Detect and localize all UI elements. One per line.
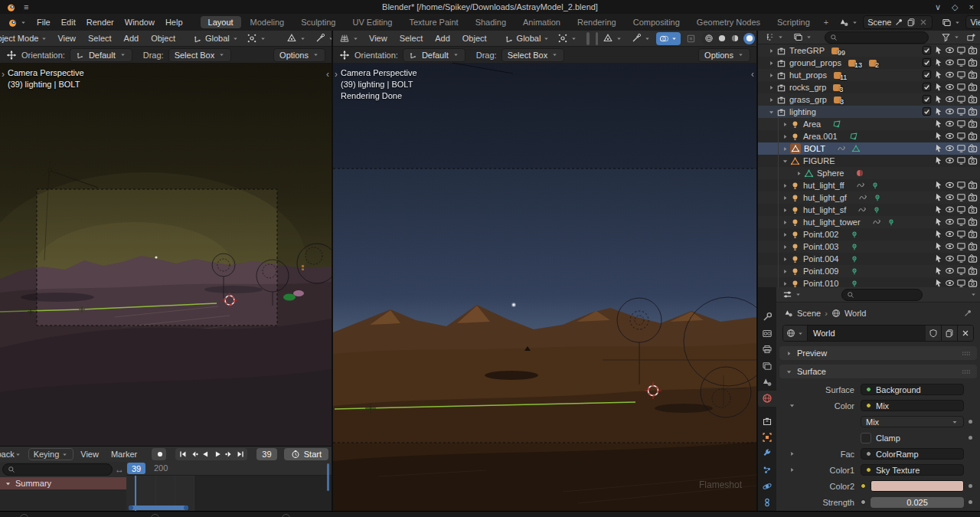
render-disable-icon[interactable]: [968, 192, 978, 202]
display-mode-button[interactable]: [790, 32, 815, 42]
selectable-toggle-icon[interactable]: [933, 266, 943, 276]
selectable-toggle-icon[interactable]: [933, 155, 943, 165]
viewport-disable-icon[interactable]: [956, 45, 966, 55]
hide-toggle-icon[interactable]: [945, 82, 955, 92]
selectable-toggle-icon[interactable]: [933, 254, 943, 263]
vp-menu-select[interactable]: Select: [83, 34, 117, 43]
property-widget-fac[interactable]: ColorRamp: [861, 448, 964, 460]
decorator-dot-icon[interactable]: [969, 436, 972, 440]
outliner-row-lighting[interactable]: lighting: [758, 106, 980, 118]
expand-toggle-icon[interactable]: [793, 170, 804, 177]
checkbox-icon[interactable]: [922, 94, 932, 104]
checkbox-icon[interactable]: [922, 70, 932, 80]
expand-toggle-icon[interactable]: [779, 133, 790, 140]
workspace-tab-compositing[interactable]: Compositing: [626, 16, 688, 28]
workspace-tab-geometry-nodes[interactable]: Geometry Nodes: [689, 16, 768, 28]
drag-select[interactable]: Select Box: [168, 48, 232, 62]
play-reverse-button[interactable]: [200, 449, 211, 460]
window-maximize-icon[interactable]: ◇: [952, 2, 958, 12]
workspace-tab-layout[interactable]: Layout: [201, 16, 241, 28]
properties-tab-scene[interactable]: [758, 374, 776, 390]
workspace-tab-shading[interactable]: Shading: [468, 16, 514, 28]
outliner-row-figure[interactable]: FIGURE: [758, 155, 980, 167]
viewport-disable-icon[interactable]: [956, 57, 966, 67]
timeline-tracks[interactable]: 39 200: [126, 462, 332, 511]
summary-channel[interactable]: Summary: [0, 477, 126, 489]
selectable-toggle-icon[interactable]: [933, 143, 943, 153]
decorator-dot-icon[interactable]: [969, 484, 972, 488]
outliner-row-ground-props[interactable]: ground_props132: [758, 57, 980, 69]
expand-toggle-icon[interactable]: [766, 84, 776, 91]
selectable-toggle-icon[interactable]: [933, 45, 943, 55]
filter-button[interactable]: [938, 32, 963, 42]
visibility-dropdown[interactable]: [599, 33, 626, 44]
outliner-row-hut-props[interactable]: hut_props11: [758, 69, 980, 81]
outliner-row-hut-light-tower[interactable]: hut_light_tower: [758, 216, 980, 228]
viewport-disable-icon[interactable]: [956, 94, 966, 104]
outliner-row-bolt[interactable]: BOLT: [758, 142, 980, 155]
render-disable-icon[interactable]: [968, 180, 978, 190]
property-widget-color2[interactable]: [861, 480, 964, 492]
workspace-tab-rendering[interactable]: Rendering: [570, 16, 624, 28]
expand-toggle-icon[interactable]: [766, 72, 776, 79]
shading-rendered-button[interactable]: [743, 33, 755, 44]
editor-type-button[interactable]: [336, 33, 362, 44]
outliner-row-point-002[interactable]: Point.002: [758, 228, 980, 241]
panel-surface[interactable]: Surface: [779, 365, 977, 378]
mode-select[interactable]: Object Mode: [0, 34, 51, 43]
render-disable-icon[interactable]: [968, 106, 978, 116]
checkbox-icon[interactable]: [922, 57, 932, 67]
viewport-disable-icon[interactable]: [956, 192, 966, 202]
outliner-row-grass-grp[interactable]: grass_grp3: [758, 93, 980, 106]
properties-tab-coll[interactable]: [758, 413, 776, 429]
menu-help[interactable]: Help: [160, 18, 188, 27]
scene-selector[interactable]: Scene: [863, 15, 933, 29]
properties-tab-parts[interactable]: [758, 462, 776, 478]
hide-toggle-icon[interactable]: [945, 106, 955, 116]
add-workspace-tab[interactable]: +: [819, 16, 833, 28]
viewport-disable-icon[interactable]: [956, 131, 966, 141]
pin-icon[interactable]: [963, 309, 972, 318]
expand-toggle-icon[interactable]: [766, 47, 776, 54]
viewport-left-canvas[interactable]: Camera Perspective (39) lighting | BOLT …: [0, 63, 332, 446]
viewport-disable-icon[interactable]: [956, 180, 966, 190]
vp-menu-object[interactable]: Object: [457, 34, 492, 43]
current-frame-field[interactable]: 39: [256, 448, 277, 460]
render-disable-icon[interactable]: [968, 57, 978, 67]
vp-menu-add[interactable]: Add: [430, 34, 456, 43]
menu-file[interactable]: File: [31, 18, 56, 27]
viewport-disable-icon[interactable]: [956, 106, 966, 116]
hide-toggle-icon[interactable]: [945, 180, 955, 190]
viewport-disable-icon[interactable]: [956, 254, 966, 263]
render-disable-icon[interactable]: [968, 278, 978, 287]
render-disable-icon[interactable]: [968, 266, 978, 276]
selectable-toggle-icon[interactable]: [933, 131, 943, 141]
render-disable-icon[interactable]: [968, 241, 978, 251]
property-widget-surface[interactable]: Background: [861, 384, 964, 395]
render-disable-icon[interactable]: [968, 143, 978, 153]
unlink-button[interactable]: [958, 326, 973, 341]
copy-icon[interactable]: [906, 18, 916, 27]
hide-toggle-icon[interactable]: [945, 143, 955, 153]
panel-preview[interactable]: Preview: [779, 346, 977, 360]
previous-keyframe-button[interactable]: [188, 449, 200, 460]
shading-wireframe-button[interactable]: [704, 34, 714, 43]
outliner-row-hut-light-ff[interactable]: hut_light_ff: [758, 179, 980, 191]
checkbox-icon[interactable]: [922, 82, 932, 92]
expander-icon[interactable]: [786, 466, 798, 473]
drag-select[interactable]: Select Box: [501, 48, 565, 62]
scene-browse-button[interactable]: [836, 18, 861, 28]
viewport-disable-icon[interactable]: [956, 70, 966, 80]
expand-toggle-icon[interactable]: [779, 195, 790, 201]
outliner-row-treegrp[interactable]: TreeGRP99: [758, 44, 980, 57]
hide-toggle-icon[interactable]: [945, 131, 955, 141]
workspace-tab-scripting[interactable]: Scripting: [769, 16, 818, 28]
hide-toggle-icon[interactable]: [945, 254, 955, 263]
workspace-tab-animation[interactable]: Animation: [515, 16, 568, 28]
viewlayer-selector[interactable]: ViewLayer: [965, 15, 980, 29]
fake-user-button[interactable]: [926, 326, 942, 341]
record-button[interactable]: [152, 448, 166, 460]
properties-tab-wrench[interactable]: [758, 446, 776, 462]
expand-toggle-icon[interactable]: [779, 121, 790, 128]
outliner-search-input[interactable]: [825, 31, 929, 44]
